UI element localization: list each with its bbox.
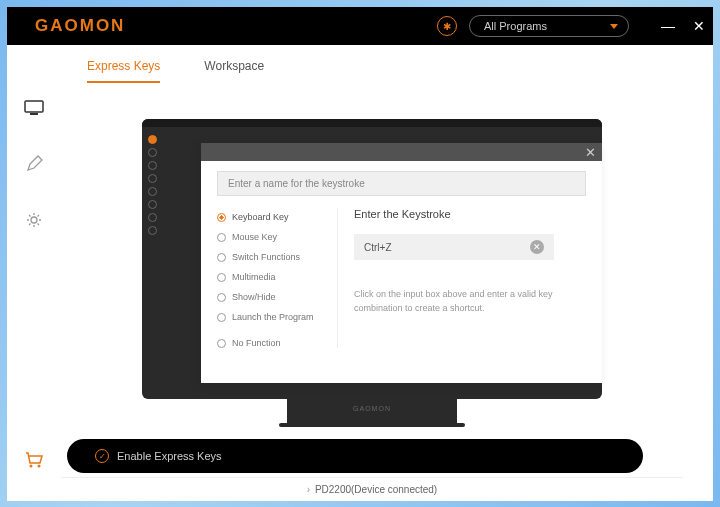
cat-launch-program[interactable]: Launch the Program bbox=[217, 312, 337, 322]
radio-icon bbox=[217, 273, 226, 282]
monitor-area: ✕ Enter a name for the keystroke Keyboar… bbox=[61, 83, 683, 429]
express-key-7[interactable] bbox=[148, 213, 157, 222]
app-window: GAOMON ✱ All Programs — ✕ Express Keys W… bbox=[7, 7, 713, 501]
keystroke-input[interactable]: Ctrl+Z ✕ bbox=[354, 234, 554, 260]
checkmark-icon: ✓ bbox=[95, 449, 109, 463]
enable-label: Enable Express Keys bbox=[117, 450, 222, 462]
express-key-1[interactable] bbox=[148, 135, 157, 144]
express-key-4[interactable] bbox=[148, 174, 157, 183]
express-key-5[interactable] bbox=[148, 187, 157, 196]
logo: GAOMON bbox=[35, 16, 125, 36]
radio-icon bbox=[217, 293, 226, 302]
svg-rect-0 bbox=[25, 101, 43, 112]
keystroke-hint: Click on the input box above and enter a… bbox=[354, 288, 586, 315]
status-bar[interactable]: PD2200(Device connected) bbox=[61, 477, 683, 501]
keystroke-panel: Enter the Keystroke Ctrl+Z ✕ Click on th… bbox=[337, 208, 586, 348]
cat-multimedia[interactable]: Multimedia bbox=[217, 272, 337, 282]
radio-icon bbox=[217, 313, 226, 322]
enable-express-keys-bar[interactable]: ✓ Enable Express Keys bbox=[67, 439, 643, 473]
window-controls: — ✕ bbox=[661, 19, 705, 33]
express-key-strip bbox=[148, 135, 157, 235]
svg-point-3 bbox=[30, 465, 33, 468]
radio-icon bbox=[217, 213, 226, 222]
svg-point-2 bbox=[31, 217, 37, 223]
keystroke-title: Enter the Keystroke bbox=[354, 208, 586, 220]
titlebar-right: ✱ All Programs — ✕ bbox=[437, 15, 705, 37]
radio-icon bbox=[217, 253, 226, 262]
keystroke-value: Ctrl+Z bbox=[364, 242, 392, 253]
pen-icon[interactable] bbox=[23, 153, 45, 175]
svg-point-4 bbox=[38, 465, 41, 468]
radio-icon bbox=[217, 339, 226, 348]
tabs: Express Keys Workspace bbox=[61, 45, 683, 83]
main: Express Keys Workspace bbox=[61, 45, 713, 501]
monitor: ✕ Enter a name for the keystroke Keyboar… bbox=[142, 119, 602, 399]
popup-header: ✕ bbox=[201, 143, 602, 161]
sidebar bbox=[7, 45, 61, 501]
clear-icon[interactable]: ✕ bbox=[530, 240, 544, 254]
minimize-button[interactable]: — bbox=[661, 19, 675, 33]
svg-rect-1 bbox=[30, 113, 38, 115]
express-key-8[interactable] bbox=[148, 226, 157, 235]
close-button[interactable]: ✕ bbox=[693, 19, 705, 33]
gear-icon[interactable] bbox=[23, 209, 45, 231]
monitor-wrap: ✕ Enter a name for the keystroke Keyboar… bbox=[142, 119, 602, 427]
stand-logo: GAOMON bbox=[287, 399, 457, 412]
express-key-6[interactable] bbox=[148, 200, 157, 209]
popup-body: Keyboard Key Mouse Key Switch Functions … bbox=[201, 204, 602, 352]
category-list: Keyboard Key Mouse Key Switch Functions … bbox=[217, 208, 337, 348]
cart-icon[interactable] bbox=[23, 449, 45, 471]
settings-badge-icon[interactable]: ✱ bbox=[437, 16, 457, 36]
tab-workspace[interactable]: Workspace bbox=[204, 59, 264, 83]
tab-express-keys[interactable]: Express Keys bbox=[87, 59, 160, 83]
cat-keyboard-key[interactable]: Keyboard Key bbox=[217, 212, 337, 222]
monitor-stand: GAOMON bbox=[287, 399, 457, 427]
keystroke-popup: ✕ Enter a name for the keystroke Keyboar… bbox=[201, 143, 602, 383]
cat-no-function[interactable]: No Function bbox=[217, 338, 337, 348]
body: Express Keys Workspace bbox=[7, 45, 713, 501]
display-icon[interactable] bbox=[23, 97, 45, 119]
cat-show-hide[interactable]: Show/Hide bbox=[217, 292, 337, 302]
monitor-bezel-top bbox=[142, 119, 602, 127]
programs-dropdown[interactable]: All Programs bbox=[469, 15, 629, 37]
radio-icon bbox=[217, 233, 226, 242]
popup-close-icon[interactable]: ✕ bbox=[585, 145, 596, 160]
cat-switch-functions[interactable]: Switch Functions bbox=[217, 252, 337, 262]
express-key-3[interactable] bbox=[148, 161, 157, 170]
keystroke-name-input[interactable]: Enter a name for the keystroke bbox=[217, 171, 586, 196]
express-key-2[interactable] bbox=[148, 148, 157, 157]
cat-mouse-key[interactable]: Mouse Key bbox=[217, 232, 337, 242]
titlebar: GAOMON ✱ All Programs — ✕ bbox=[7, 7, 713, 45]
